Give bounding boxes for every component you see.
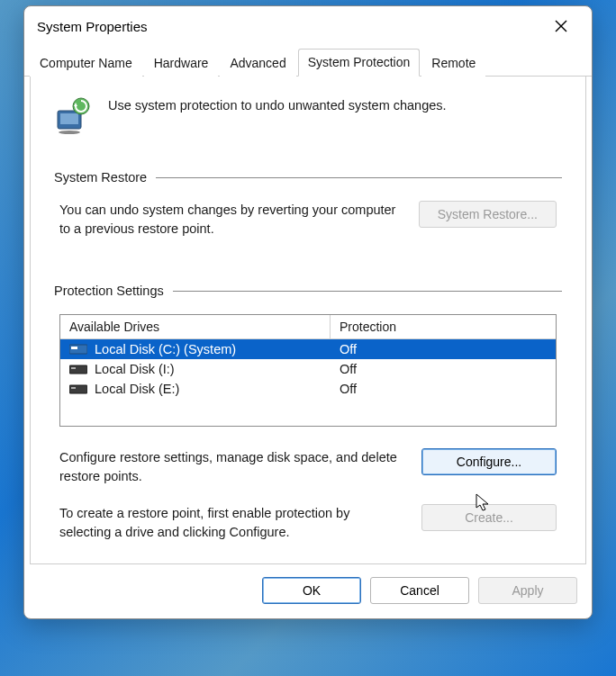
system-restore-group: System Restore You can undo system chang…	[54, 170, 562, 257]
tab-remote[interactable]: Remote	[421, 50, 485, 77]
drive-icon	[69, 363, 87, 375]
drives-header: Available Drives Protection	[60, 315, 556, 339]
svg-rect-11	[69, 385, 87, 393]
apply-button[interactable]: Apply	[478, 577, 577, 604]
svg-point-4	[59, 131, 80, 134]
close-icon	[555, 20, 567, 32]
cancel-button[interactable]: Cancel	[370, 577, 469, 604]
intro-text: Use system protection to undo unwanted s…	[108, 96, 447, 113]
create-row: To create a restore point, first enable …	[54, 504, 562, 547]
column-available-drives[interactable]: Available Drives	[60, 315, 331, 338]
drive-protection: Off	[331, 379, 556, 399]
svg-rect-12	[71, 387, 76, 389]
drives-table: Available Drives Protection Local Disk (…	[59, 314, 557, 427]
svg-rect-3	[60, 113, 78, 124]
restore-row: You can undo system changes by reverting…	[54, 201, 562, 257]
configure-button[interactable]: Configure...	[421, 448, 557, 475]
tab-hardware[interactable]: Hardware	[144, 50, 219, 77]
system-protection-panel: Use system protection to undo unwanted s…	[30, 77, 586, 564]
svg-rect-9	[69, 365, 87, 374]
column-protection[interactable]: Protection	[331, 315, 556, 338]
system-properties-dialog: System Properties Computer Name Hardware…	[23, 5, 593, 619]
restore-description: You can undo system changes by reverting…	[59, 201, 403, 239]
divider	[173, 291, 562, 292]
svg-rect-8	[71, 347, 77, 349]
drive-protection: Off	[331, 339, 556, 359]
drive-protection: Off	[331, 359, 556, 379]
svg-rect-10	[71, 367, 76, 369]
ok-button[interactable]: OK	[262, 577, 361, 604]
system-restore-button[interactable]: System Restore...	[419, 201, 557, 228]
table-spacer	[60, 399, 556, 426]
configure-description: Configure restore settings, manage disk …	[59, 448, 403, 486]
window-title: System Properties	[37, 19, 148, 34]
create-button[interactable]: Create...	[421, 504, 557, 531]
titlebar: System Properties	[24, 6, 592, 46]
divider	[156, 177, 562, 178]
drive-row-i[interactable]: Local Disk (I:) Off	[60, 359, 556, 379]
drive-icon	[69, 383, 87, 395]
group-header: Protection Settings	[54, 284, 562, 298]
drive-label: Local Disk (C:) (System)	[95, 342, 236, 356]
tab-computer-name[interactable]: Computer Name	[30, 50, 142, 77]
dialog-footer: OK Cancel Apply	[24, 564, 592, 618]
drive-label: Local Disk (E:)	[95, 382, 179, 396]
drive-label: Local Disk (I:)	[95, 362, 175, 376]
drive-row-e[interactable]: Local Disk (E:) Off	[60, 379, 556, 399]
tab-advanced[interactable]: Advanced	[220, 50, 295, 77]
tab-system-protection[interactable]: System Protection	[298, 49, 421, 77]
intro-row: Use system protection to undo unwanted s…	[54, 96, 562, 134]
close-button[interactable]	[543, 13, 579, 40]
tab-bar: Computer Name Hardware Advanced System P…	[24, 46, 592, 77]
drive-row-c[interactable]: Local Disk (C:) (System) Off	[60, 339, 556, 359]
create-description: To create a restore point, first enable …	[59, 504, 403, 542]
group-header: System Restore	[54, 170, 562, 185]
system-protection-icon	[54, 96, 92, 134]
configure-row: Configure restore settings, manage disk …	[54, 448, 562, 504]
system-restore-title: System Restore	[54, 170, 147, 185]
protection-settings-group: Protection Settings Available Drives Pro…	[54, 284, 562, 547]
protection-settings-title: Protection Settings	[54, 284, 164, 298]
drive-system-icon	[69, 343, 87, 356]
